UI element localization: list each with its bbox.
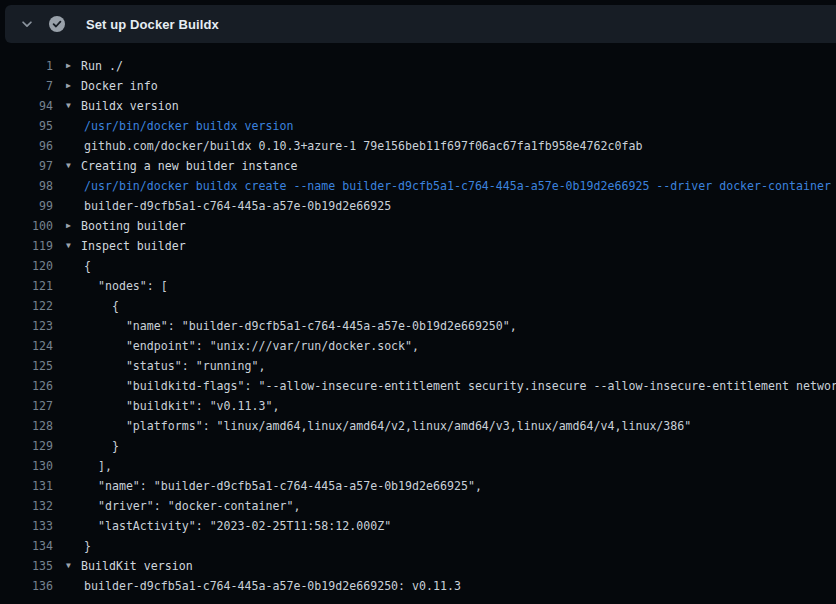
log-group-toggle[interactable]: ▼BuildKit version <box>53 556 193 576</box>
line-number[interactable]: 124 <box>0 336 53 356</box>
step-title: Set up Docker Buildx <box>86 17 219 32</box>
step-header[interactable]: Set up Docker Buildx <box>5 5 836 43</box>
triangle-expanded-icon[interactable]: ▼ <box>66 556 71 576</box>
line-number[interactable]: 120 <box>0 256 53 276</box>
log-output-line: } <box>53 436 119 456</box>
log-row: 131 "name": "builder-d9cfb5a1-c764-445a-… <box>0 476 836 496</box>
log-output-line: "driver": "docker-container", <box>53 496 300 516</box>
log-output-line: builder-d9cfb5a1-c764-445a-a57e-0b19d2e6… <box>53 196 391 216</box>
log-row: 130 ], <box>0 456 836 476</box>
log-row: 128 "platforms": "linux/amd64,linux/amd6… <box>0 416 836 436</box>
line-number[interactable]: 97 <box>0 156 53 176</box>
log-group-toggle[interactable]: ▼Inspect builder <box>53 236 186 256</box>
log-row: 129 } <box>0 436 836 456</box>
line-number[interactable]: 130 <box>0 456 53 476</box>
line-number[interactable]: 128 <box>0 416 53 436</box>
log-output-line: "buildkit": "v0.11.3", <box>53 396 279 416</box>
log-row: 120{ <box>0 256 836 276</box>
line-number[interactable]: 119 <box>0 236 53 256</box>
log-row: 99builder-d9cfb5a1-c764-445a-a57e-0b19d2… <box>0 196 836 216</box>
triangle-collapsed-icon[interactable]: ▶ <box>66 216 71 236</box>
log-row: 123 "name": "builder-d9cfb5a1-c764-445a-… <box>0 316 836 336</box>
log-group-toggle[interactable]: ▼Buildx version <box>53 96 179 116</box>
log-row: 97▼Creating a new builder instance <box>0 156 836 176</box>
line-number[interactable]: 129 <box>0 436 53 456</box>
log-output-line: "platforms": "linux/amd64,linux/amd64/v2… <box>53 416 691 436</box>
line-number[interactable]: 127 <box>0 396 53 416</box>
log-row: 135▼BuildKit version <box>0 556 836 576</box>
log-output-line: "buildkitd-flags": "--allow-insecure-ent… <box>53 376 836 396</box>
line-number[interactable]: 133 <box>0 516 53 536</box>
log-row: 1▶Run ./ <box>0 56 836 76</box>
check-circle-icon <box>49 16 65 32</box>
triangle-expanded-icon[interactable]: ▼ <box>66 156 71 176</box>
log-group-toggle[interactable]: ▶Run ./ <box>53 56 123 76</box>
log-row: 119▼Inspect builder <box>0 236 836 256</box>
log-command-line: /usr/bin/docker buildx version <box>53 116 293 136</box>
log-group-toggle[interactable]: ▶Docker info <box>53 76 158 96</box>
log-row: 98/usr/bin/docker buildx create --name b… <box>0 176 836 196</box>
line-number[interactable]: 134 <box>0 536 53 556</box>
line-number[interactable]: 7 <box>0 76 53 96</box>
log-output-line: ], <box>53 456 112 476</box>
triangle-collapsed-icon[interactable]: ▶ <box>66 56 71 76</box>
log-row: 125 "status": "running", <box>0 356 836 376</box>
log-row: 126 "buildkitd-flags": "--allow-insecure… <box>0 376 836 396</box>
line-number[interactable]: 100 <box>0 216 53 236</box>
log-row: 96github.com/docker/buildx 0.10.3+azure-… <box>0 136 836 156</box>
log-output-line: { <box>53 296 119 316</box>
log-row: 136builder-d9cfb5a1-c764-445a-a57e-0b19d… <box>0 576 836 596</box>
log-row: 124 "endpoint": "unix:///var/run/docker.… <box>0 336 836 356</box>
log-group-toggle[interactable]: ▶Booting builder <box>53 216 186 236</box>
line-number[interactable]: 132 <box>0 496 53 516</box>
triangle-collapsed-icon[interactable]: ▶ <box>66 76 71 96</box>
log-row: 133 "lastActivity": "2023-02-25T11:58:12… <box>0 516 836 536</box>
log-rows: 1▶Run ./7▶Docker info94▼Buildx version95… <box>0 56 836 596</box>
log-row: 127 "buildkit": "v0.11.3", <box>0 396 836 416</box>
log-row: 100▶Booting builder <box>0 216 836 236</box>
log-row: 134} <box>0 536 836 556</box>
log-output-line: github.com/docker/buildx 0.10.3+azure-1 … <box>53 136 642 156</box>
log-output-line: "name": "builder-d9cfb5a1-c764-445a-a57e… <box>53 316 517 336</box>
log-row: 132 "driver": "docker-container", <box>0 496 836 516</box>
log-output-line: "lastActivity": "2023-02-25T11:58:12.000… <box>53 516 391 536</box>
line-number[interactable]: 135 <box>0 556 53 576</box>
line-number[interactable]: 96 <box>0 136 53 156</box>
chevron-down-icon[interactable] <box>20 17 34 31</box>
line-number[interactable]: 125 <box>0 356 53 376</box>
line-number[interactable]: 136 <box>0 576 53 596</box>
log-output-line: "nodes": [ <box>53 276 168 296</box>
log-row: 7▶Docker info <box>0 76 836 96</box>
line-number[interactable]: 1 <box>0 56 53 76</box>
log-row: 122 { <box>0 296 836 316</box>
triangle-expanded-icon[interactable]: ▼ <box>66 236 71 256</box>
log-output-line: "endpoint": "unix:///var/run/docker.sock… <box>53 336 419 356</box>
log-output-line: { <box>53 256 91 276</box>
log-group-toggle[interactable]: ▼Creating a new builder instance <box>53 156 297 176</box>
line-number[interactable]: 99 <box>0 196 53 216</box>
triangle-expanded-icon[interactable]: ▼ <box>66 96 71 116</box>
line-number[interactable]: 126 <box>0 376 53 396</box>
log-area: 1▶Run ./7▶Docker info94▼Buildx version95… <box>0 43 836 596</box>
line-number[interactable]: 131 <box>0 476 53 496</box>
log-output-line: builder-d9cfb5a1-c764-445a-a57e-0b19d2e6… <box>53 576 461 596</box>
line-number[interactable]: 94 <box>0 96 53 116</box>
log-row: 95/usr/bin/docker buildx version <box>0 116 836 136</box>
line-number[interactable]: 123 <box>0 316 53 336</box>
actions-log-viewer: Set up Docker Buildx 1▶Run ./7▶Docker in… <box>0 0 836 604</box>
log-command-line: /usr/bin/docker buildx create --name bui… <box>53 176 831 196</box>
line-number[interactable]: 98 <box>0 176 53 196</box>
line-number[interactable]: 122 <box>0 296 53 316</box>
log-row: 121 "nodes": [ <box>0 276 836 296</box>
line-number[interactable]: 95 <box>0 116 53 136</box>
log-row: 94▼Buildx version <box>0 96 836 116</box>
line-number[interactable]: 121 <box>0 276 53 296</box>
log-output-line: "name": "builder-d9cfb5a1-c764-445a-a57e… <box>53 476 482 496</box>
log-output-line: "status": "running", <box>53 356 265 376</box>
log-output-line: } <box>53 536 91 556</box>
